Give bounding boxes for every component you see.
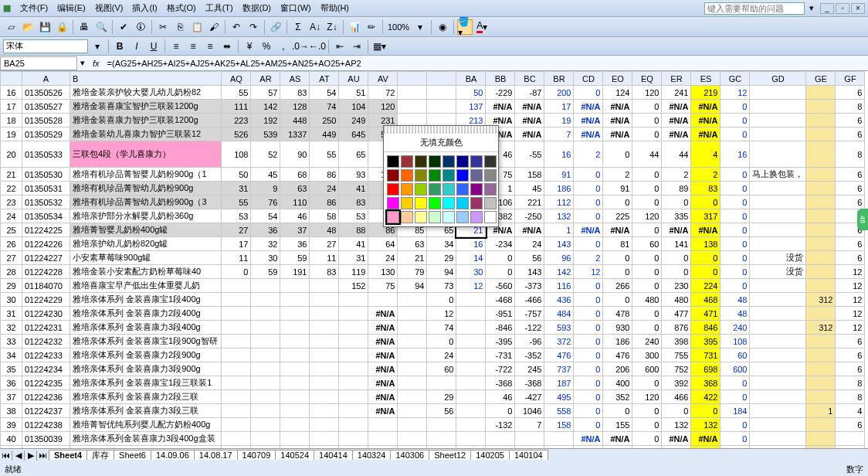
cell[interactable]: 352 xyxy=(603,390,632,404)
cell[interactable]: 94 xyxy=(398,279,427,293)
cell[interactable]: 91 xyxy=(603,182,632,196)
cell[interactable] xyxy=(806,196,836,209)
cell[interactable]: #N/A xyxy=(515,223,544,237)
cell[interactable] xyxy=(251,362,280,376)
cell[interactable]: 1 xyxy=(544,223,574,237)
preview-icon[interactable]: 🔍 xyxy=(93,19,109,35)
column-header[interactable]: BC xyxy=(515,72,544,86)
cell[interactable]: 6 xyxy=(836,362,865,376)
cell[interactable]: 25 xyxy=(1,223,22,237)
cell[interactable]: 90 xyxy=(280,141,310,168)
cell[interactable]: 32 xyxy=(1,321,22,335)
cell[interactable]: 422 xyxy=(691,390,721,404)
cell[interactable]: 9 xyxy=(251,182,280,196)
cell[interactable]: 01350534 xyxy=(22,209,70,223)
sheet-tab[interactable]: 140306 xyxy=(390,450,429,460)
sort-asc-icon[interactable]: A↓ xyxy=(307,19,323,35)
cell[interactable] xyxy=(806,86,836,100)
tab-nav-prev-icon[interactable]: ◀ xyxy=(12,450,25,461)
cell[interactable]: 三联包4段（学儿喜康力） xyxy=(70,141,222,168)
cell[interactable]: 53 xyxy=(339,209,368,223)
column-header[interactable]: EO xyxy=(603,72,632,86)
cell[interactable]: 111 xyxy=(222,100,251,114)
cell[interactable]: -722 xyxy=(486,362,515,376)
cell[interactable]: 55 xyxy=(222,196,251,209)
color-swatch[interactable] xyxy=(442,169,455,182)
cell[interactable] xyxy=(310,321,339,335)
cell[interactable] xyxy=(251,307,280,321)
menu-item[interactable]: 插入(I) xyxy=(127,2,161,14)
cell[interactable]: 74 xyxy=(310,100,339,114)
cell[interactable] xyxy=(310,390,339,404)
cell[interactable]: 雅培亲体系列 金装喜康力2段三联 xyxy=(70,390,222,404)
color-swatch[interactable] xyxy=(387,155,399,168)
cell[interactable]: 17 xyxy=(222,237,251,251)
cell[interactable]: 335 xyxy=(662,209,691,223)
cell[interactable] xyxy=(280,335,310,348)
cell[interactable]: 0 xyxy=(574,168,603,182)
cell[interactable]: #N/A xyxy=(662,128,691,141)
font-color-icon[interactable]: A▾ xyxy=(474,19,490,35)
cell[interactable]: #N/A xyxy=(368,335,398,348)
cell[interactable] xyxy=(427,432,456,446)
cell[interactable]: 没货 xyxy=(750,251,806,265)
cell[interactable]: 0 xyxy=(632,404,662,418)
cell[interactable]: -250 xyxy=(515,209,544,223)
cell[interactable]: 0 xyxy=(603,251,632,265)
cell[interactable]: 398 xyxy=(662,335,691,348)
cell[interactable]: 18 xyxy=(1,114,22,128)
cell[interactable]: 50 xyxy=(456,86,486,100)
cell[interactable]: 0 xyxy=(721,209,750,223)
cell[interactable]: 1 xyxy=(806,404,836,418)
cell[interactable]: 01350529 xyxy=(22,128,70,141)
cell[interactable]: 雅培亲体系列金装喜康力3段400g盒装 xyxy=(70,432,222,446)
color-swatch[interactable] xyxy=(415,197,427,209)
cell[interactable]: 65 xyxy=(339,141,368,168)
cell[interactable]: -368 xyxy=(486,376,515,390)
cell[interactable]: 0 xyxy=(721,237,750,251)
cell[interactable]: 476 xyxy=(603,348,632,362)
cell[interactable] xyxy=(456,418,486,432)
cell[interactable] xyxy=(486,432,515,446)
cell[interactable]: 83 xyxy=(691,182,721,196)
cell[interactable]: 83 xyxy=(339,196,368,209)
cell[interactable]: #N/A xyxy=(603,114,632,128)
sheet-tab[interactable]: 140205 xyxy=(470,450,510,460)
color-swatch[interactable] xyxy=(387,211,399,223)
cell[interactable]: 2 xyxy=(603,168,632,182)
cell[interactable] xyxy=(806,168,836,182)
cell[interactable]: 46 xyxy=(280,209,310,223)
comma-icon[interactable]: , xyxy=(276,39,291,54)
cell[interactable]: 51 xyxy=(339,86,368,100)
cell[interactable]: 0 xyxy=(574,209,603,223)
cell[interactable]: -234 xyxy=(486,237,515,251)
cell[interactable]: 01224234 xyxy=(22,362,70,376)
cell[interactable]: 52 xyxy=(251,141,280,168)
cell[interactable] xyxy=(806,279,836,293)
cell[interactable] xyxy=(456,376,486,390)
cell[interactable] xyxy=(222,321,251,335)
cell[interactable]: #N/A xyxy=(691,100,721,114)
cell[interactable]: #N/A xyxy=(574,432,603,446)
cell[interactable]: #N/A xyxy=(662,223,691,237)
cell[interactable] xyxy=(280,348,310,362)
cell[interactable] xyxy=(750,279,806,293)
cell[interactable] xyxy=(750,100,806,114)
sort-desc-icon[interactable]: Z↓ xyxy=(324,19,340,35)
cell[interactable]: #N/A xyxy=(574,114,603,128)
cell[interactable]: 雅培亲护部分水解婴儿奶粉360g xyxy=(70,209,222,223)
cell[interactable]: 132 xyxy=(544,209,574,223)
menu-item[interactable]: 工具(T) xyxy=(201,2,238,14)
cell[interactable] xyxy=(339,376,368,390)
cell[interactable]: -132 xyxy=(486,418,515,432)
cell[interactable]: 142 xyxy=(251,100,280,114)
cell[interactable]: 雅培金装亲护较大婴儿幼儿奶粉82 xyxy=(70,86,222,100)
cell[interactable]: #N/A xyxy=(574,100,603,114)
cell[interactable]: 8 xyxy=(836,376,865,390)
cell[interactable] xyxy=(456,348,486,362)
cell[interactable]: 没货 xyxy=(750,265,806,279)
cell[interactable]: 137 xyxy=(456,100,486,114)
cell[interactable] xyxy=(339,362,368,376)
cell[interactable]: 74 xyxy=(427,321,456,335)
print-icon[interactable]: 🖶 xyxy=(76,19,92,35)
